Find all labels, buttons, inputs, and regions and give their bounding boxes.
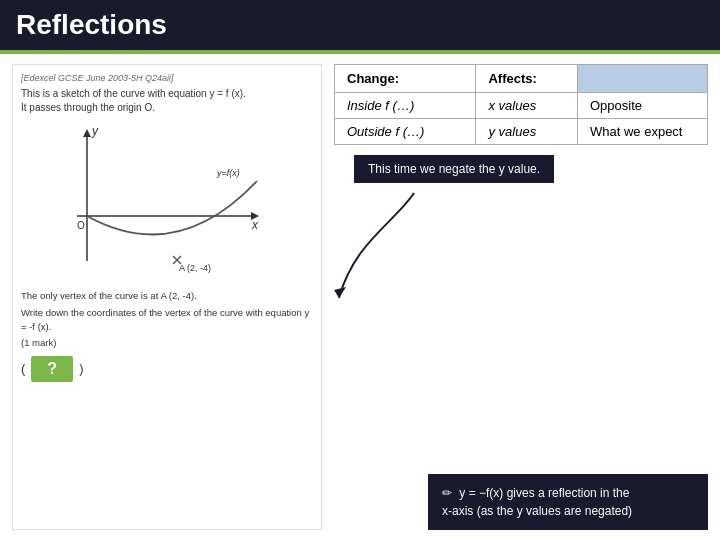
page-header: Reflections (0, 0, 720, 50)
page-title: Reflections (16, 9, 167, 41)
svg-text:x: x (251, 218, 259, 232)
question-text: This is a sketch of the curve with equat… (21, 87, 313, 115)
col2-header: Affects: (476, 65, 578, 93)
bottom-text: The only vertex of the curve is at A (2,… (21, 289, 313, 302)
row1-col1: Inside f (…) (335, 93, 476, 119)
callout-box: This time we negate the y value. (354, 155, 554, 183)
svg-marker-11 (334, 287, 346, 298)
svg-text:y: y (91, 124, 99, 138)
svg-text:y=f(x): y=f(x) (216, 168, 240, 178)
mark-label: (1 mark) (21, 337, 313, 348)
answer-paren-right: ) (79, 361, 83, 376)
table-row: Outside f (…) y values What we expect (335, 119, 708, 145)
answer-box[interactable]: ? (31, 356, 73, 382)
description-line2: x-axis (as the y values are negated) (442, 504, 632, 518)
callout-area: This time we negate the y value. ✏ y = −… (334, 155, 708, 530)
col3-header (578, 65, 708, 93)
exam-reference: [Edexcel GCSE June 2003-5H Q24aii] (21, 73, 313, 83)
description-line1: y = −f(x) gives a reflection in the (459, 486, 629, 500)
row2-col1: Outside f (…) (335, 119, 476, 145)
svg-text:O: O (77, 220, 85, 231)
table-row: Inside f (…) x values Opposite (335, 93, 708, 119)
row2-col2: y values (476, 119, 578, 145)
graph-container: y x O y=f(x) A (2, -4) (67, 121, 267, 281)
arrow-svg (334, 183, 654, 313)
callout-text: This time we negate the y value. (368, 162, 540, 176)
svg-text:A (2, -4): A (2, -4) (179, 263, 211, 273)
graph-svg: y x O y=f(x) A (2, -4) (67, 121, 267, 281)
svg-marker-2 (83, 129, 91, 137)
row2-col3: What we expect (578, 119, 708, 145)
answer-row: ( ? ) (21, 356, 313, 382)
answer-paren-left: ( (21, 361, 25, 376)
main-content: [Edexcel GCSE June 2003-5H Q24aii] This … (0, 54, 720, 540)
row1-col2: x values (476, 93, 578, 119)
description-box: ✏ y = −f(x) gives a reflection in the x-… (428, 474, 708, 530)
row1-col3: Opposite (578, 93, 708, 119)
col1-header: Change: (335, 65, 476, 93)
exam-question-panel: [Edexcel GCSE June 2003-5H Q24aii] This … (12, 64, 322, 530)
info-table: Change: Affects: Inside f (…) x values O… (334, 64, 708, 145)
write-instruction: Write down the coordinates of the vertex… (21, 306, 313, 333)
pencil-icon: ✏ (442, 484, 452, 502)
table-area: Change: Affects: Inside f (…) x values O… (334, 64, 708, 145)
right-panel: Change: Affects: Inside f (…) x values O… (334, 64, 708, 530)
